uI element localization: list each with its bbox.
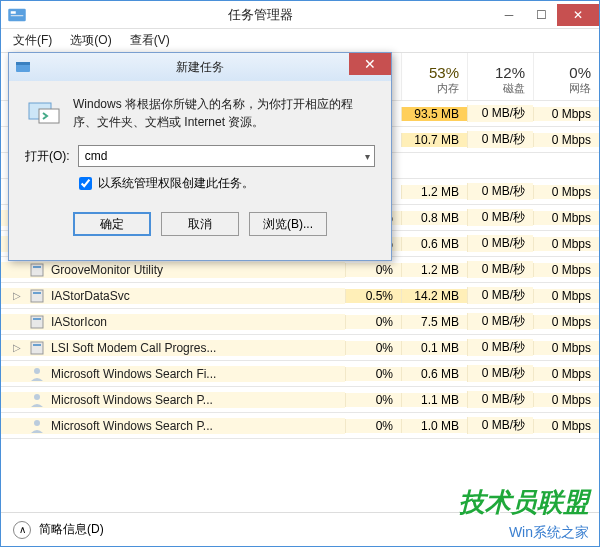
dialog-titlebar: 新建任务 ✕ xyxy=(9,53,391,81)
mem-cell: 1.2 MB xyxy=(401,185,467,199)
svg-rect-21 xyxy=(39,109,59,123)
svg-rect-19 xyxy=(16,62,30,65)
menu-view[interactable]: 查看(V) xyxy=(124,30,176,51)
process-name: LSI Soft Modem Call Progres... xyxy=(51,341,216,355)
dialog-close-button[interactable]: ✕ xyxy=(349,53,391,75)
table-row[interactable]: IAStorIcon0%7.5 MB0 MB/秒0 Mbps xyxy=(1,309,599,335)
process-icon xyxy=(29,262,45,278)
new-task-dialog: 新建任务 ✕ Windows 将根据你所键入的名称，为你打开相应的程序、文件夹、… xyxy=(8,52,392,261)
net-cell: 0 Mbps xyxy=(533,419,599,433)
window-title: 任务管理器 xyxy=(27,6,493,24)
maximize-button[interactable]: ☐ xyxy=(525,4,557,26)
process-name: IAStorDataSvc xyxy=(51,289,130,303)
net-cell: 0 Mbps xyxy=(533,341,599,355)
watermark: 技术员联盟 xyxy=(459,485,589,520)
dialog-message: Windows 将根据你所键入的名称，为你打开相应的程序、文件夹、文档或 Int… xyxy=(73,95,375,131)
process-name: Microsoft Windows Search P... xyxy=(51,419,213,433)
svg-rect-14 xyxy=(33,344,41,346)
svg-rect-9 xyxy=(31,290,43,302)
table-row[interactable]: Microsoft Windows Search P...0%1.1 MB0 M… xyxy=(1,387,599,413)
process-name: Microsoft Windows Search P... xyxy=(51,393,213,407)
run-dialog-icon xyxy=(25,95,61,131)
collapse-icon[interactable]: ∧ xyxy=(13,521,31,539)
col-network[interactable]: 0%网络 xyxy=(533,53,599,100)
net-cell: 0 Mbps xyxy=(533,185,599,199)
svg-rect-11 xyxy=(31,316,43,328)
svg-rect-1 xyxy=(11,11,16,14)
cpu-cell: 0% xyxy=(345,393,401,407)
footer-label[interactable]: 简略信息(D) xyxy=(39,521,104,538)
disk-cell: 0 MB/秒 xyxy=(467,391,533,408)
mem-cell: 0.1 MB xyxy=(401,341,467,355)
disk-cell: 0 MB/秒 xyxy=(467,339,533,356)
svg-rect-12 xyxy=(33,318,41,320)
cancel-button[interactable]: 取消 xyxy=(161,212,239,236)
process-icon xyxy=(29,366,45,382)
mem-cell: 10.7 MB xyxy=(401,133,467,147)
disk-cell: 0 MB/秒 xyxy=(467,209,533,226)
disk-cell: 0 MB/秒 xyxy=(467,105,533,122)
menu-options[interactable]: 选项(O) xyxy=(64,30,117,51)
table-row[interactable]: Microsoft Windows Search Fi...0%0.6 MB0 … xyxy=(1,361,599,387)
ok-button[interactable]: 确定 xyxy=(73,212,151,236)
net-cell: 0 Mbps xyxy=(533,393,599,407)
admin-checkbox[interactable] xyxy=(79,177,92,190)
process-name: IAStorIcon xyxy=(51,315,107,329)
cpu-cell: 0% xyxy=(345,315,401,329)
col-memory[interactable]: 53%内存 xyxy=(401,53,467,100)
disk-cell: 0 MB/秒 xyxy=(467,183,533,200)
cpu-cell: 0% xyxy=(345,263,401,277)
net-cell: 0 Mbps xyxy=(533,263,599,277)
minimize-button[interactable]: ─ xyxy=(493,4,525,26)
col-disk[interactable]: 12%磁盘 xyxy=(467,53,533,100)
cpu-cell: 0.5% xyxy=(345,289,401,303)
net-cell: 0 Mbps xyxy=(533,107,599,121)
menu-file[interactable]: 文件(F) xyxy=(7,30,58,51)
mem-cell: 14.2 MB xyxy=(401,289,467,303)
svg-point-16 xyxy=(34,394,40,400)
close-button[interactable]: ✕ xyxy=(557,4,599,26)
process-icon xyxy=(29,418,45,434)
disk-cell: 0 MB/秒 xyxy=(467,313,533,330)
net-cell: 0 Mbps xyxy=(533,133,599,147)
disk-cell: 0 MB/秒 xyxy=(467,235,533,252)
process-icon xyxy=(29,340,45,356)
cpu-cell: 0% xyxy=(345,341,401,355)
process-icon xyxy=(29,288,45,304)
run-icon xyxy=(15,59,31,75)
mem-cell: 1.0 MB xyxy=(401,419,467,433)
disk-cell: 0 MB/秒 xyxy=(467,131,533,148)
svg-point-17 xyxy=(34,420,40,426)
table-row[interactable]: Microsoft Windows Search P...0%1.0 MB0 M… xyxy=(1,413,599,439)
svg-point-15 xyxy=(34,368,40,374)
watermark-sub: Win系统之家 xyxy=(509,524,589,542)
browse-button[interactable]: 浏览(B)... xyxy=(249,212,327,236)
process-name: Microsoft Windows Search Fi... xyxy=(51,367,216,381)
cpu-cell: 0% xyxy=(345,419,401,433)
admin-checkbox-label: 以系统管理权限创建此任务。 xyxy=(98,175,254,192)
open-input[interactable]: cmd ▾ xyxy=(78,145,375,167)
process-icon xyxy=(29,314,45,330)
process-icon xyxy=(29,392,45,408)
table-row[interactable]: ▷IAStorDataSvc0.5%14.2 MB0 MB/秒0 Mbps xyxy=(1,283,599,309)
table-row[interactable]: ▷LSI Soft Modem Call Progres...0%0.1 MB0… xyxy=(1,335,599,361)
net-cell: 0 Mbps xyxy=(533,211,599,225)
chevron-down-icon[interactable]: ▾ xyxy=(365,151,370,162)
svg-rect-8 xyxy=(33,266,41,268)
mem-cell: 1.1 MB xyxy=(401,393,467,407)
menubar: 文件(F) 选项(O) 查看(V) xyxy=(1,29,599,53)
net-cell: 0 Mbps xyxy=(533,289,599,303)
mem-cell: 7.5 MB xyxy=(401,315,467,329)
dialog-title: 新建任务 xyxy=(176,59,224,76)
net-cell: 0 Mbps xyxy=(533,315,599,329)
disk-cell: 0 MB/秒 xyxy=(467,261,533,278)
window-buttons: ─ ☐ ✕ xyxy=(493,4,599,26)
net-cell: 0 Mbps xyxy=(533,237,599,251)
open-input-value: cmd xyxy=(85,149,108,163)
svg-rect-7 xyxy=(31,264,43,276)
mem-cell: 93.5 MB xyxy=(401,107,467,121)
svg-rect-2 xyxy=(11,15,24,16)
process-name: GrooveMonitor Utility xyxy=(51,263,163,277)
net-cell: 0 Mbps xyxy=(533,367,599,381)
disk-cell: 0 MB/秒 xyxy=(467,287,533,304)
